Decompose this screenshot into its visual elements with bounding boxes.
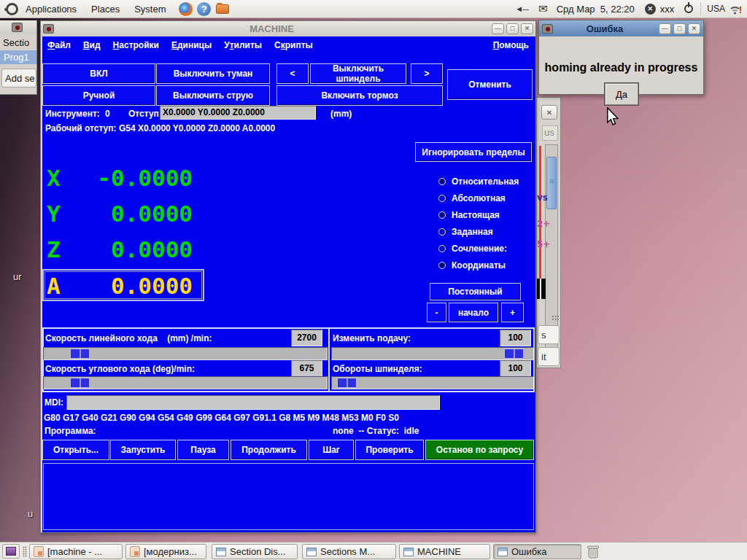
optional-stop-button[interactable]: Останов по запросу: [425, 440, 534, 460]
menu-file[interactable]: Файл: [47, 40, 71, 50]
places-menu[interactable]: Places: [84, 0, 127, 18]
home-button[interactable]: начало: [449, 303, 498, 322]
radio-actual[interactable]: Настоящая: [438, 208, 500, 222]
close-icon[interactable]: ✕: [688, 23, 700, 34]
applications-menu[interactable]: Applications: [18, 0, 84, 18]
trash-icon[interactable]: [584, 543, 602, 560]
taskbar-item-modernized-file[interactable]: [модерниз...: [125, 544, 206, 559]
angular-speed-slider[interactable]: [43, 376, 328, 389]
help-icon[interactable]: ?: [197, 2, 211, 16]
text-fragment: vs: [537, 192, 548, 203]
taskbar-item-error[interactable]: Ошибка: [493, 544, 581, 559]
taskbar-item-sections-manager[interactable]: Sections M...: [302, 544, 396, 559]
maximize-icon[interactable]: □: [506, 23, 519, 34]
spindle-speed-slider[interactable]: [331, 376, 534, 389]
tool-offset-field[interactable]: X0.0000 Y0.0000 Z0.0000: [160, 106, 316, 120]
taskbar-item-section-display[interactable]: Section Dis...: [212, 544, 298, 559]
minimize-icon[interactable]: —: [492, 23, 504, 34]
system-menu[interactable]: System: [127, 0, 173, 18]
radio-relative[interactable]: Относительная: [438, 174, 519, 189]
add-section-button[interactable]: Add se: [1, 69, 36, 88]
minimize-icon[interactable]: —: [659, 23, 671, 34]
verify-button[interactable]: Проверить: [355, 440, 424, 460]
taskbar-item-machine-file[interactable]: [machine - ...: [29, 544, 123, 559]
close-icon[interactable]: ✕: [521, 23, 533, 34]
resize-grip[interactable]: [551, 315, 559, 321]
radio-commanded[interactable]: Заданная: [438, 225, 493, 239]
menu-units[interactable]: Единицы: [171, 40, 212, 50]
open-button[interactable]: Открыть...: [42, 440, 109, 460]
resume-button[interactable]: Продолжить: [231, 440, 307, 460]
section-divider: [328, 327, 330, 392]
network-icon[interactable]: !: [729, 3, 743, 15]
power-icon[interactable]: [684, 4, 693, 13]
maximize-icon[interactable]: □: [673, 23, 686, 34]
error-dialog-titlebar[interactable]: Ошибка — □ ✕: [539, 20, 703, 36]
machine-titlebar[interactable]: MACHINE — □ ✕: [41, 21, 535, 36]
radio-absolute[interactable]: Абсолютная: [438, 191, 506, 206]
slider-handle[interactable]: [337, 378, 357, 388]
flood-button[interactable]: Выключить струю: [156, 85, 270, 106]
distro-menu-icon[interactable]: [6, 3, 18, 15]
background-window: ✕ us ▼ vs 2+ 5+ s it: [536, 97, 561, 368]
button-fragment[interactable]: s: [538, 325, 560, 344]
step-button[interactable]: Шаг: [309, 440, 354, 460]
window-menu-icon[interactable]: [542, 24, 553, 34]
file-manager-icon[interactable]: [216, 4, 229, 14]
firefox-icon[interactable]: [179, 2, 193, 16]
window-menu-icon[interactable]: [43, 24, 54, 34]
sections-list-item-prog1[interactable]: Prog1: [0, 50, 36, 64]
radio-joint[interactable]: Сочленение:: [438, 241, 507, 256]
sections-window-titlebar[interactable]: [0, 20, 36, 34]
linear-speed-slider[interactable]: [43, 347, 328, 360]
slider-handle[interactable]: [70, 349, 90, 359]
status-button-fragment[interactable]: us: [542, 125, 558, 141]
confirm-button[interactable]: Да: [605, 83, 638, 105]
run-button[interactable]: Запустить: [110, 440, 176, 460]
jog-minus-button[interactable]: -: [427, 303, 446, 322]
program-text-area[interactable]: [43, 463, 534, 530]
button-fragment[interactable]: it: [538, 347, 560, 366]
jog-plus-button[interactable]: +: [501, 303, 524, 322]
desktop-icon: [6, 547, 16, 556]
close-icon[interactable]: ✕: [541, 105, 557, 120]
menu-scripts[interactable]: Скрипты: [274, 40, 313, 50]
keyboard-layout-indicator[interactable]: USA: [707, 4, 725, 14]
menu-help[interactable]: Помощь: [493, 40, 529, 50]
mist-button[interactable]: Выключить туман: [156, 63, 270, 84]
mdi-input[interactable]: [66, 395, 440, 410]
volume-muted-icon[interactable]: ◄---: [515, 4, 528, 13]
mode-button[interactable]: Ручной: [42, 85, 155, 106]
spindle-faster-button[interactable]: >: [411, 63, 443, 84]
desktop-icon-label: u: [28, 508, 33, 519]
menu-view[interactable]: Вид: [83, 40, 101, 50]
taskbar-drag-handle[interactable]: [23, 546, 27, 557]
window-menu-icon[interactable]: [12, 23, 23, 32]
show-desktop-button[interactable]: [2, 544, 20, 559]
brake-button[interactable]: Включить тормоз: [276, 85, 443, 106]
taskbar: [machine - ... [модерниз... Section Dis.…: [0, 542, 747, 560]
selected-axis-box[interactable]: A0.0000: [42, 269, 204, 301]
username[interactable]: xxx: [660, 4, 675, 15]
pause-button[interactable]: Пауза: [177, 440, 229, 460]
scrollbar-thumb[interactable]: [546, 157, 557, 209]
override-limits-button[interactable]: Игнорировать пределы: [415, 142, 532, 162]
spindle-button[interactable]: Выключить шпиндель: [310, 63, 406, 84]
menu-utilities[interactable]: Утилиты: [224, 40, 262, 50]
abort-button[interactable]: Отменить: [447, 69, 533, 100]
clock[interactable]: Срд Мар 5, 22:20: [557, 4, 635, 15]
continuous-jog-button[interactable]: Постоянный: [430, 283, 521, 300]
feed-override-slider[interactable]: [331, 347, 534, 360]
document-icon: [34, 546, 44, 557]
power-button[interactable]: ВКЛ: [42, 63, 155, 84]
radio-world[interactable]: Координаты: [438, 258, 506, 273]
slider-handle[interactable]: [504, 349, 524, 359]
spindle-slower-button[interactable]: <: [276, 63, 309, 84]
slider-handle[interactable]: [70, 378, 90, 388]
machine-window: MACHINE — □ ✕ Файл Вид Настройки Единицы…: [40, 20, 536, 533]
angular-speed-label: Скорость углового хода (deg)/min:: [45, 364, 195, 374]
menu-settings[interactable]: Настройки: [113, 40, 159, 50]
user-status-icon[interactable]: ✕: [645, 4, 656, 15]
mail-icon[interactable]: ✉: [538, 2, 548, 15]
taskbar-item-machine[interactable]: MACHINE: [399, 544, 490, 559]
